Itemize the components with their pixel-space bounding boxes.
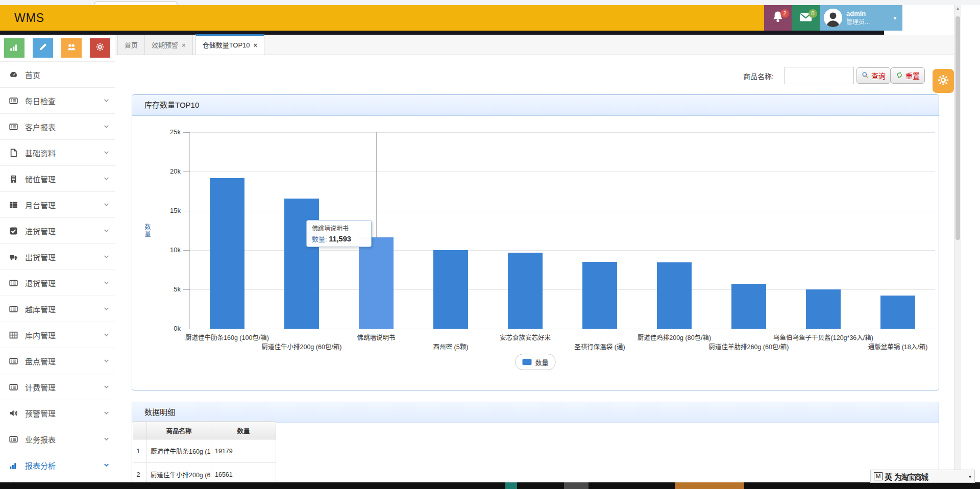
gridline: [190, 172, 935, 172]
messages-button[interactable]: 0: [792, 5, 820, 31]
chevron-down-icon: ▾: [969, 474, 971, 479]
chevron-down-icon: [104, 255, 109, 259]
sidebar-item-15[interactable]: 报表分析: [0, 452, 115, 478]
tab-0[interactable]: 首页: [117, 35, 145, 55]
y-tick-label: 10k: [160, 246, 181, 254]
bar-9[interactable]: [880, 296, 915, 329]
x-category-label: 佛跳墙说明书: [357, 332, 395, 342]
quick-button-stats[interactable]: [4, 38, 24, 58]
sidebar-item-11[interactable]: 盘点管理: [0, 348, 115, 374]
detail-table: 商品名称 数量 1厨道佳牛肋条160g (1191792厨道佳牛小排200g (…: [133, 421, 276, 486]
ime-language[interactable]: 英: [885, 471, 892, 482]
film-icon: [9, 331, 18, 339]
chevron-down-icon: [104, 359, 109, 363]
x-category-label: 安芯食族安芯好米: [500, 332, 551, 342]
sidebar-item-label: 客户报表: [25, 121, 104, 132]
sidebar-item-5[interactable]: 月台管理: [0, 191, 115, 217]
list-icon: [9, 383, 18, 392]
list-icon: [9, 357, 18, 365]
row-number-cell: 1: [133, 439, 147, 463]
product-name-input[interactable]: [785, 67, 854, 84]
reset-button[interactable]: 重置: [891, 67, 925, 84]
top-strip: [0, 0, 980, 5]
query-button[interactable]: 查询: [856, 67, 891, 84]
chevron-down-icon: [104, 99, 109, 103]
bar-8[interactable]: [806, 289, 841, 329]
bar-2[interactable]: [359, 237, 394, 329]
close-icon[interactable]: ×: [254, 42, 258, 48]
taskbar-item[interactable]: [564, 482, 589, 489]
sidebar-item-label: 进货管理: [25, 226, 104, 236]
wms-page: WMS 2 0 admin 管理员... ▼ 首页每日检: [0, 0, 980, 489]
sidebar-item-label: 首页: [25, 69, 109, 80]
bar-7[interactable]: [731, 284, 766, 329]
tab-1[interactable]: 效期预警×: [144, 35, 193, 55]
sidebar-item-2[interactable]: 客户报表: [0, 113, 115, 139]
sidebar-item-6[interactable]: 进货管理: [0, 217, 115, 243]
table-row[interactable]: 1厨道佳牛肋条160g (119179: [133, 439, 276, 463]
vertical-scrollbar[interactable]: ▲: [954, 5, 961, 482]
gridline: [190, 132, 935, 133]
quantity-header[interactable]: 数量: [211, 422, 276, 439]
notifications-button[interactable]: 2: [764, 5, 792, 31]
sidebar-item-4[interactable]: 储位管理: [0, 165, 115, 191]
sidebar-item-7[interactable]: 出货管理: [0, 243, 115, 270]
bar-4[interactable]: [508, 253, 543, 329]
chart-panel-title: 库存数量TOP10: [132, 95, 939, 116]
close-icon[interactable]: ×: [182, 42, 186, 48]
x-category-label: 厨道佳羊肋排260g (60包/箱): [709, 341, 789, 351]
taskbar-item[interactable]: [505, 482, 517, 489]
query-button-label: 查询: [871, 70, 886, 81]
bar-5[interactable]: [582, 262, 617, 329]
sidebar-item-label: 越库管理: [25, 304, 104, 314]
bar-0[interactable]: [210, 178, 244, 329]
legend-swatch: [522, 359, 531, 365]
product-name-header[interactable]: 商品名称: [147, 422, 211, 439]
scrollbar-thumb[interactable]: [955, 16, 960, 240]
sidebar-item-13[interactable]: 预警管理: [0, 400, 115, 426]
chevron-down-icon: [104, 307, 109, 311]
quick-button-edit[interactable]: [33, 38, 53, 58]
sidebar-item-1[interactable]: 每日检查: [0, 87, 115, 113]
tab-label: 仓储数量TOP10: [203, 36, 250, 55]
x-category-label: 西州密 (5颗): [433, 341, 469, 351]
product-name-cell: 厨道佳牛肋条160g (1: [147, 439, 211, 463]
main-content: 首页效期预警×仓储数量TOP10× 商品名称: 查询 重置 库存数量TOP10 …: [115, 35, 954, 482]
quick-button-settings[interactable]: [90, 38, 110, 58]
sidebar-item-10[interactable]: 库内管理: [0, 322, 115, 348]
app-header: WMS 2 0 admin 管理员... ▼: [0, 5, 902, 31]
x-category-label: 通版盆菜锅 (18入/箱): [868, 341, 928, 351]
bar-3[interactable]: [433, 250, 468, 329]
avatar: [824, 9, 842, 27]
product-name-label: 商品名称:: [743, 71, 774, 81]
sidebar-item-label: 退货管理: [25, 278, 104, 288]
user-menu[interactable]: admin 管理员... ▼: [820, 5, 902, 31]
scroll-up-icon[interactable]: ▲: [954, 6, 961, 11]
bar-1[interactable]: [284, 199, 319, 329]
sidebar-item-label: 盘点管理: [25, 356, 104, 366]
taskbar-item[interactable]: [675, 482, 744, 489]
sidebar-item-3[interactable]: 基础资料: [0, 139, 115, 165]
tab-label: 首页: [125, 36, 138, 55]
bar-6[interactable]: [657, 262, 692, 329]
notification-count-badge: 2: [780, 9, 789, 18]
sidebar-item-9[interactable]: 越库管理: [0, 296, 115, 322]
user-texts: admin 管理员...: [846, 10, 870, 26]
ime-indicator[interactable]: M 英 为淘宝商城 ▾: [870, 470, 975, 483]
legend-label: 数量: [535, 357, 548, 367]
sidebar-item-0[interactable]: 首页: [0, 61, 115, 87]
tooltip-title: 佛跳墙说明书: [312, 224, 366, 232]
y-tick-label: 25k: [160, 128, 181, 136]
chart-legend[interactable]: 数量: [515, 354, 555, 370]
axis-tick: [183, 172, 190, 172]
quick-button-users[interactable]: [61, 38, 82, 58]
bar-chart: 25k20k15k10k5k0k数量厨道佳牛肋条160g (100包/箱)厨道佳…: [189, 132, 935, 329]
users-icon: [67, 42, 76, 54]
y-tick-label: 15k: [160, 207, 181, 214]
sidebar-item-12[interactable]: 计费管理: [0, 374, 115, 400]
building-icon: [9, 175, 18, 183]
sidebar-item-8[interactable]: 退货管理: [0, 270, 115, 296]
sidebar-item-14[interactable]: 业务报表: [0, 426, 115, 452]
tab-2[interactable]: 仓储数量TOP10×: [195, 34, 265, 55]
settings-button[interactable]: [933, 69, 954, 93]
